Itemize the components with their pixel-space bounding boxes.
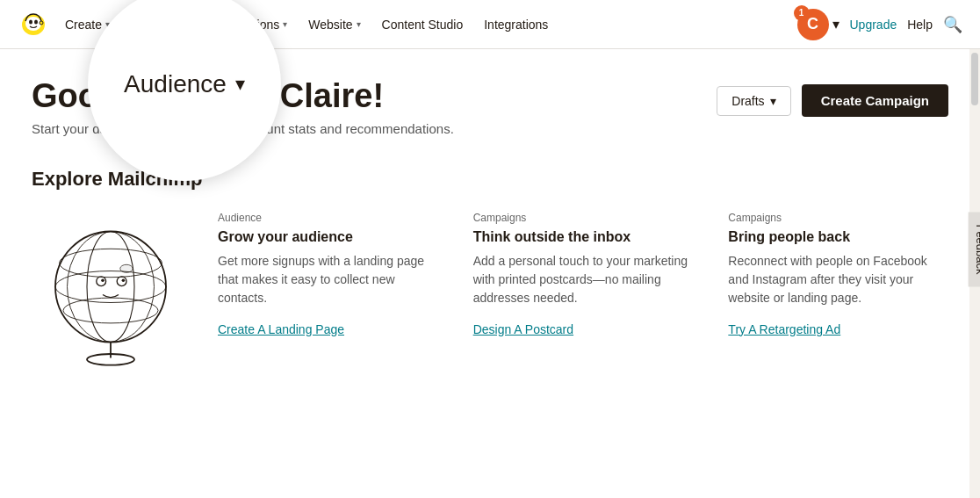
svg-point-7 [68, 231, 155, 342]
notification-badge: 1 [794, 5, 810, 21]
feedback-tab[interactable]: Feedback [969, 212, 981, 286]
svg-point-8 [60, 249, 162, 277]
svg-point-12 [101, 278, 104, 282]
globe-illustration [32, 212, 190, 373]
create-campaign-button[interactable]: Create Campaign [802, 84, 948, 117]
svg-point-10 [63, 298, 158, 323]
help-link[interactable]: Help [907, 18, 933, 32]
svg-point-4 [40, 21, 43, 25]
svg-point-1 [25, 17, 41, 31]
svg-point-6 [87, 231, 134, 342]
website-chevron-icon: ▾ [357, 19, 361, 29]
search-icon[interactable]: 🔍 [943, 15, 962, 34]
card-3-category: Campaigns [728, 212, 948, 224]
svg-point-11 [97, 276, 106, 285]
drafts-button[interactable]: Drafts ▾ [717, 86, 790, 116]
svg-point-14 [122, 278, 126, 282]
create-landing-page-link[interactable]: Create A Landing Page [218, 322, 344, 336]
nav-content-studio[interactable]: Content Studio [373, 12, 472, 37]
svg-point-5 [55, 231, 166, 342]
card-grow-audience: Audience Grow your audience Get more sig… [218, 212, 438, 337]
explore-cards: Audience Grow your audience Get more sig… [32, 212, 948, 373]
card-2-title: Think outside the inbox [473, 229, 694, 245]
drafts-chevron-icon: ▾ [770, 94, 776, 108]
card-bring-people-back: Campaigns Bring people back Reconnect wi… [728, 212, 948, 337]
card-3-desc: Reconnect with people on Facebook and In… [728, 252, 948, 307]
card-1-desc: Get more signups with a landing page tha… [218, 252, 438, 307]
mailchimp-logo[interactable] [18, 7, 49, 42]
card-1-title: Grow your audience [218, 229, 438, 245]
design-postcard-link[interactable]: Design A Postcard [473, 322, 573, 336]
nav-website[interactable]: Website ▾ [299, 12, 369, 37]
explore-section: Explore Mailchimp [32, 168, 948, 373]
avatar-wrapper[interactable]: 1 C ▾ [797, 9, 839, 40]
svg-point-3 [34, 19, 38, 24]
header-actions: Drafts ▾ Create Campaign [717, 84, 948, 117]
navbar: Create ▾ Audience ▾ Automations ▾ Websit… [0, 0, 980, 49]
svg-point-13 [117, 276, 126, 285]
scrollbar-thumb [971, 53, 978, 105]
card-2-category: Campaigns [473, 212, 694, 224]
svg-point-2 [29, 19, 32, 24]
upgrade-link[interactable]: Upgrade [850, 18, 897, 32]
try-retargeting-ad-link[interactable]: Try A Retargeting Ad [728, 322, 840, 336]
nav-right: 1 C ▾ Upgrade Help 🔍 [797, 9, 963, 40]
avatar-chevron-icon: ▾ [832, 16, 839, 32]
card-2-desc: Add a personal touch to your marketing w… [473, 252, 694, 307]
card-think-outside-inbox: Campaigns Think outside the inbox Add a … [473, 212, 694, 337]
card-items: Audience Grow your audience Get more sig… [218, 212, 948, 337]
audience-dropdown-chevron-icon: ▾ [235, 73, 245, 96]
svg-point-17 [120, 264, 133, 272]
card-3-title: Bring people back [728, 229, 948, 245]
automations-chevron-icon: ▾ [283, 19, 287, 29]
card-1-category: Audience [218, 212, 438, 224]
nav-integrations[interactable]: Integrations [475, 12, 557, 37]
